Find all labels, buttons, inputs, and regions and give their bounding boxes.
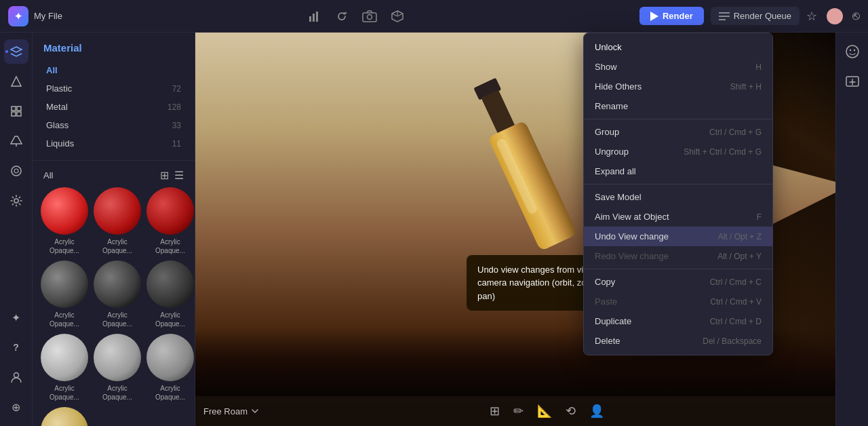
material-item[interactable]: Acrylic Opaque... <box>41 334 88 402</box>
svg-line-8 <box>392 14 397 16</box>
svg-point-4 <box>368 14 372 19</box>
category-plastic[interactable]: Plastic 72 <box>43 80 184 97</box>
svg-point-24 <box>14 373 18 378</box>
svg-marker-13 <box>11 47 22 52</box>
menu-show[interactable]: Show H <box>584 57 772 77</box>
menu-rename[interactable]: Rename <box>584 96 772 116</box>
render-queue-button[interactable]: Render Queue <box>711 7 800 25</box>
category-liquids[interactable]: Liquids 11 <box>43 135 184 152</box>
sidebar-divider <box>33 160 195 161</box>
material-label: Acrylic Opaque... <box>41 311 88 328</box>
svg-line-7 <box>397 14 403 16</box>
menu-duplicate[interactable]: Duplicate Ctrl / Cmd + D <box>584 311 772 331</box>
material-label: Acrylic Opaque... <box>94 384 141 402</box>
menu-group[interactable]: Group Ctrl / Cmd + G <box>584 122 772 142</box>
move-icon[interactable]: ⟲ <box>566 404 576 419</box>
measure-icon[interactable]: 📐 <box>537 404 552 419</box>
material-ball <box>41 187 88 235</box>
list-view-icon[interactable]: ☰ <box>174 169 184 182</box>
material-item[interactable]: Acrylic Opaque... <box>146 187 194 255</box>
menu-divider <box>584 119 772 119</box>
menu-hide-others[interactable]: Hide Others Shift + H <box>584 77 772 96</box>
face-icon[interactable] <box>840 39 865 64</box>
person-view-icon[interactable]: 👤 <box>589 404 604 419</box>
photo-add-icon[interactable] <box>840 69 865 94</box>
grid-view-icon[interactable]: ⊞ <box>160 169 169 182</box>
sidebar-categories: All Plastic 72 Metal 128 Glass 33 Liquid… <box>33 59 195 155</box>
material-label: Acrylic Opaque... <box>146 384 194 402</box>
topbar-center-icons <box>79 9 634 23</box>
nav-sparkle[interactable]: ✦ <box>4 305 28 330</box>
menu-delete[interactable]: Delete Del / Backspace <box>584 331 772 351</box>
menu-undo-view[interactable]: Undo View change Alt / Opt + Z <box>584 227 772 246</box>
category-metal[interactable]: Metal 128 <box>43 98 184 115</box>
svg-point-31 <box>853 50 854 51</box>
share-icon[interactable]: ⎋ <box>852 9 860 23</box>
material-item[interactable]: Acrylic Opaque... <box>41 260 88 328</box>
material-item[interactable]: Acrylic Opaque... <box>94 334 141 402</box>
topbar: ✦ My File <box>0 0 868 33</box>
nav-layers[interactable] <box>4 39 28 64</box>
context-menu: Unlock Show H Hide Others Shift + H Rena… <box>583 33 773 355</box>
material-label: Acrylic Opaque... <box>41 384 88 402</box>
camera-icon[interactable] <box>362 10 377 22</box>
svg-rect-17 <box>12 112 16 116</box>
material-item[interactable]: Acrylic Opaque... <box>41 187 88 255</box>
menu-unlock[interactable]: Unlock <box>584 37 772 57</box>
nav-materials[interactable] <box>4 99 28 123</box>
nav-person[interactable] <box>4 365 28 389</box>
material-item[interactable]: Acrylic Opaque... <box>146 334 194 402</box>
material-label: Acrylic Opaque... <box>94 237 141 255</box>
nav-light[interactable] <box>4 129 28 153</box>
menu-divider <box>584 184 772 185</box>
svg-rect-2 <box>316 12 318 22</box>
material-label: Acrylic Opaque... <box>146 237 194 255</box>
nav-shapes[interactable] <box>4 69 28 94</box>
category-all[interactable]: All <box>43 62 184 79</box>
material-ball <box>94 187 141 235</box>
nav-add[interactable]: ⊕ <box>4 395 28 419</box>
material-ball <box>41 407 88 426</box>
svg-rect-0 <box>309 16 311 22</box>
material-item[interactable]: Acrylic Opaque... <box>146 260 194 328</box>
menu-ungroup[interactable]: Ungroup Shift + Ctrl / Cmd + G <box>584 142 772 161</box>
stats-icon[interactable] <box>308 9 321 23</box>
star-icon[interactable]: ☆ <box>806 9 817 24</box>
material-item[interactable]: Acrylic Opaque... <box>94 187 141 255</box>
material-ball <box>146 334 194 381</box>
brush-icon[interactable]: ✏ <box>513 404 524 419</box>
topbar-right: Render Render Queue ☆ ⎋ <box>639 7 860 25</box>
viewport-bottom-toolbar: Free Roam ⊞ ✏ 📐 ⟲ 👤 <box>195 396 835 426</box>
menu-expand-all[interactable]: Expand all <box>584 161 772 181</box>
material-item[interactable]: Acrylic Opaque... <box>94 260 141 328</box>
material-ball <box>41 260 88 308</box>
user-avatar[interactable] <box>827 8 843 24</box>
app-logo[interactable]: ✦ <box>8 6 28 26</box>
material-label: Acrylic Opaque... <box>94 311 141 328</box>
material-item[interactable]: Acrylic Opaque... <box>41 407 88 426</box>
nav-help[interactable]: ? <box>4 335 28 360</box>
nav-settings[interactable] <box>4 189 28 213</box>
main-area: ✦ ? ⊕ Material All Plastic 72 Meta <box>0 33 868 426</box>
freeroam-dropdown[interactable]: Free Roam <box>203 406 258 417</box>
category-glass[interactable]: Glass 33 <box>43 117 184 134</box>
material-ball <box>94 260 141 308</box>
menu-redo-view[interactable]: Redo View change Alt / Opt + Y <box>584 246 772 266</box>
viewport-icons: ⊞ ✏ 📐 ⟲ 👤 <box>267 404 827 419</box>
filename: My File <box>34 11 62 21</box>
render-button[interactable]: Render <box>639 7 704 25</box>
menu-save-model[interactable]: Save Model <box>584 187 772 207</box>
refresh-icon[interactable] <box>335 9 349 23</box>
material-ball <box>94 334 141 381</box>
nav-scene[interactable] <box>4 159 28 183</box>
grid-icon[interactable]: ⊞ <box>490 404 500 419</box>
menu-aim-view[interactable]: Aim View at Object F <box>584 207 772 227</box>
cube-icon[interactable] <box>391 9 404 23</box>
menu-paste[interactable]: Paste Ctrl / Cmd + V <box>584 292 772 311</box>
svg-point-30 <box>849 50 850 51</box>
menu-copy[interactable]: Copy Ctrl / Cmd + C <box>584 272 772 292</box>
material-label: Acrylic Opaque... <box>146 311 194 328</box>
svg-marker-9 <box>650 12 658 21</box>
svg-point-22 <box>14 169 18 173</box>
sidebar-toolbar-icons: ⊞ ☰ <box>160 169 184 182</box>
